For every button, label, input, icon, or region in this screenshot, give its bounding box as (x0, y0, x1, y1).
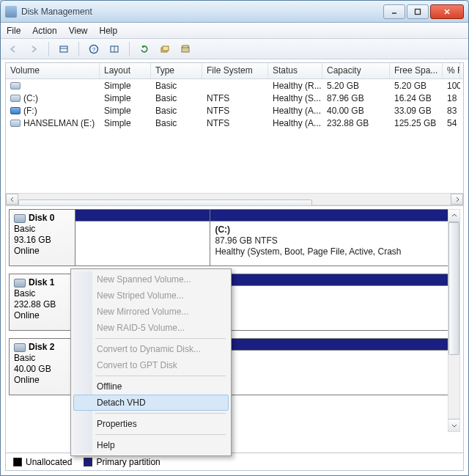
menu-action[interactable]: Action (32, 26, 56, 36)
col-type[interactable]: Type (151, 63, 202, 78)
col-capacity[interactable]: Capacity (322, 63, 390, 78)
menu-offline[interactable]: Offline (73, 378, 229, 395)
disk-size: 232.88 GB (14, 299, 56, 310)
vertical-scrollbar[interactable] (448, 209, 460, 432)
toolbar: ? (1, 39, 468, 59)
col-pct[interactable]: % F (443, 63, 460, 78)
menu-convert-gpt[interactable]: Convert to GPT Disk (73, 357, 229, 373)
volume-color-bar (210, 210, 459, 221)
horizontal-scrollbar[interactable] (6, 193, 463, 205)
disk-icon (14, 343, 26, 352)
volume-row[interactable]: (C:) Simple Basic NTFS Healthy (S... 87.… (6, 92, 463, 104)
vol-title: (C:) (215, 224, 230, 235)
swatch-primary (84, 458, 92, 466)
volume-list-header: Volume Layout Type File System Status Ca… (6, 63, 463, 79)
vol-pct: 100 (443, 81, 460, 91)
disk-volumes: (C:) 87.96 GB NTFS Healthy (System, Boot… (75, 210, 459, 266)
drive-icon (10, 95, 21, 102)
window-title: Disk Management (21, 7, 382, 17)
menu-properties[interactable]: Properties (73, 416, 229, 432)
show-hide-console-button[interactable] (56, 41, 72, 57)
vol-fs: NTFS (202, 118, 268, 128)
menu-new-spanned-volume[interactable]: New Spanned Volume... (73, 271, 229, 288)
disk-info[interactable]: Disk 0 Basic 93.16 GB Online (10, 210, 75, 266)
vol-type: Basic (151, 118, 202, 128)
disk-row[interactable]: Disk 0 Basic 93.16 GB Online (C:) 87.96 (9, 209, 460, 266)
drive-icon (10, 82, 21, 89)
app-icon (5, 6, 17, 18)
svg-text:?: ? (92, 46, 96, 53)
minimize-button[interactable] (383, 4, 405, 19)
back-button[interactable] (5, 41, 21, 57)
toolbar-separator (78, 42, 79, 56)
scroll-right-button[interactable] (451, 194, 463, 205)
scroll-left-button[interactable] (6, 194, 18, 205)
scroll-up-button[interactable] (448, 210, 459, 222)
rescan-disks-button[interactable] (157, 41, 173, 57)
disk-label: Disk 2 (29, 342, 54, 352)
volume-box[interactable] (75, 210, 210, 266)
menu-help[interactable]: Help (100, 26, 118, 36)
menu-help[interactable]: Help (73, 437, 229, 453)
disk-info[interactable]: Disk 1 Basic 232.88 GB Online (10, 274, 75, 330)
menu-new-striped-volume[interactable]: New Striped Volume... (73, 288, 229, 304)
settings-button[interactable] (106, 41, 122, 57)
refresh-button[interactable] (136, 41, 152, 57)
volume-details (75, 221, 210, 266)
toolbar-separator (129, 42, 130, 56)
volume-box[interactable]: (C:) 87.96 GB NTFS Healthy (System, Boot… (210, 210, 459, 266)
vol-free: 33.09 GB (390, 106, 443, 116)
svg-rect-4 (60, 46, 67, 52)
volume-list[interactable]: Simple Basic Healthy (R... 5.20 GB 5.20 … (6, 79, 463, 193)
col-filesystem[interactable]: File System (202, 63, 268, 78)
maximize-button[interactable] (407, 4, 429, 19)
disk-label: Disk 1 (29, 277, 54, 288)
vol-layout: Simple (100, 106, 151, 116)
menu-view[interactable]: View (69, 26, 88, 36)
vol-layout: Simple (100, 93, 151, 103)
vol-free: 5.20 GB (390, 81, 443, 91)
menu-new-mirrored-volume[interactable]: New Mirrored Volume... (73, 304, 229, 320)
menu-file[interactable]: File (7, 26, 21, 36)
vol-name: (F:) (23, 106, 37, 116)
col-status[interactable]: Status (268, 63, 322, 78)
col-volume[interactable]: Volume (6, 63, 100, 78)
drive-icon (10, 120, 21, 127)
forward-button[interactable] (26, 41, 42, 57)
titlebar[interactable]: Disk Management (1, 1, 468, 23)
disk-icon (14, 279, 26, 288)
swatch-unallocated (13, 458, 22, 466)
col-free[interactable]: Free Spa... (390, 63, 443, 78)
vol-fs: NTFS (202, 93, 268, 103)
menu-separator (95, 376, 226, 376)
menu-convert-dynamic[interactable]: Convert to Dynamic Disk... (73, 341, 229, 357)
vol-free: 16.24 GB (390, 93, 443, 103)
menu-detach-vhd[interactable]: Detach VHD (73, 395, 229, 411)
help-button[interactable]: ? (86, 41, 102, 57)
menu-separator (95, 413, 226, 414)
content-area: Volume Layout Type File System Status Ca… (5, 62, 464, 471)
volume-color-bar (75, 210, 210, 221)
disk-info[interactable]: Disk 2 Basic 40.00 GB Online (10, 339, 75, 395)
vol-capacity: 232.88 GB (322, 118, 390, 128)
col-layout[interactable]: Layout (100, 63, 151, 78)
legend-unallocated: Unallocated (13, 457, 72, 467)
legend-primary-partition: Primary partition (84, 457, 160, 467)
close-button[interactable] (430, 4, 464, 19)
vol-capacity: 5.20 GB (322, 81, 390, 91)
scroll-down-button[interactable] (448, 419, 459, 431)
disk-management-window: Disk Management File Action View Help ? … (0, 0, 469, 476)
svg-rect-1 (416, 9, 421, 14)
disk-state: Online (14, 246, 40, 256)
volume-row[interactable]: (F:) Simple Basic NTFS Healthy (A... 40.… (6, 104, 463, 117)
context-menu: New Spanned Volume... New Striped Volume… (70, 268, 232, 456)
vol-status: Healthy (A... (268, 106, 322, 116)
disk-icon (14, 214, 26, 223)
disk-state: Online (14, 375, 40, 385)
more-actions-button[interactable] (177, 41, 193, 57)
volume-row[interactable]: Simple Basic Healthy (R... 5.20 GB 5.20 … (6, 79, 463, 92)
menu-new-raid5-volume[interactable]: New RAID-5 Volume... (73, 320, 229, 336)
scroll-thumb[interactable] (448, 222, 459, 355)
disk-type: Basic (14, 353, 35, 363)
volume-row[interactable]: HANSELMAN (E:) Simple Basic NTFS Healthy… (6, 117, 463, 129)
